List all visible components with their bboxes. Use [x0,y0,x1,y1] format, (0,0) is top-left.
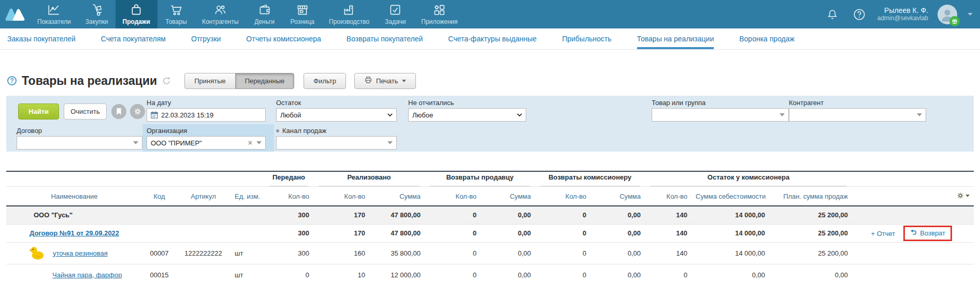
col-sum-sold[interactable]: Сумма [369,187,425,206]
calendar-icon[interactable] [151,111,158,118]
find-button[interactable]: Найти [18,103,59,120]
nav-item-roznica[interactable]: Розница [283,0,322,28]
product-link[interactable]: Чайная пара, фарфор [10,271,122,279]
app-logo-icon[interactable] [0,0,30,28]
table-row-company[interactable]: ООО "Гусь" 300 170 47 800,00 0 0,00 0 0,… [6,206,974,224]
accepted-button[interactable]: Принятые [184,73,236,89]
sales-channel-label: Канал продаж [276,127,397,135]
cell-code: 00007 [142,242,176,264]
tab-otgruzki[interactable]: Отгрузки [191,28,221,49]
col-qty-remaining[interactable]: Кол-во [645,187,691,206]
col-qty-ret-agent[interactable]: Кол-во [535,187,590,206]
group-ostatok: Остаток у комиссионера [650,172,847,186]
col-qty-ret-seller[interactable]: Кол-во [425,187,481,206]
chevron-down-icon [517,112,522,117]
col-sum-ret-agent[interactable]: Сумма [590,187,645,206]
date-input[interactable]: 22.03.2023 15:19 [147,108,266,122]
nav-item-prilozheniya[interactable]: Приложения [414,0,465,28]
group-header-row: Передано Реализовано Возвраты продавцу В… [6,171,974,187]
print-button[interactable]: Печать [354,73,416,89]
contract-combobox[interactable] [17,136,142,150]
unreported-select[interactable]: Любое [408,108,526,122]
nav-item-dengi[interactable]: Деньги [246,0,283,28]
bookmark-icon[interactable] [111,104,126,119]
user-menu[interactable]: Рылеев К. Ф. admin@sevkavlab [877,7,928,22]
nav-item-zakupki[interactable]: Закупки [78,0,116,28]
nav-item-tovary[interactable]: Товары [157,0,195,28]
avatar[interactable] [938,5,957,24]
cell: 35 800,00 [369,242,425,264]
col-qty-transferred[interactable]: Кол-во [264,187,313,206]
col-name[interactable]: Наименование [6,187,142,206]
product-field: Товар или группа [652,99,789,122]
undo-icon [910,230,917,236]
nav-item-proizvodstvo[interactable]: Производство [322,0,377,28]
col-plan-sum[interactable]: План. сумма продаж [769,187,852,206]
sales-channel-combobox[interactable] [276,136,397,150]
chevron-down-icon[interactable] [968,13,973,16]
tab-zakazy-pokupatelej[interactable]: Заказы покупателей [7,28,76,49]
consignment-table: Передано Реализовано Возвраты продавцу В… [6,171,974,282]
nav-item-pokazateli[interactable]: Показатели [30,0,78,28]
dropdown-arrow-icon [780,113,785,116]
bell-icon[interactable] [824,6,841,23]
clear-button[interactable]: Очистить [64,103,107,120]
duck-image[interactable] [29,246,46,260]
table-row-contract[interactable]: Договор №91 от 29.09.2022 300 170 47 800… [6,224,974,242]
tab-otchety-komissionera[interactable]: Отчеты комиссионера [246,28,321,49]
apps-icon [433,3,446,19]
col-cost-sum[interactable]: Сумма себестоимости [691,187,769,206]
table-row-product[interactable]: уточка резиновая 00007 1222222222 шт 300… [6,242,974,264]
dropdown-arrow-icon [387,141,393,144]
nav-item-prodazhi[interactable]: Продажи [116,0,157,28]
col-code[interactable]: Код [142,187,176,206]
tab-voronka-prodazh[interactable]: Воронка продаж [739,28,795,49]
report-action-link[interactable]: + Отчет [871,230,895,238]
tasks-icon [388,3,402,19]
product-link[interactable]: уточка резиновая [53,249,108,257]
transferred-button[interactable]: Переданные [235,73,295,89]
refresh-icon[interactable] [162,77,171,85]
question-help-icon[interactable]: ? [7,76,17,85]
nav-label: Продажи [123,19,150,25]
cell: 300 [264,224,313,242]
gear-icon[interactable] [130,104,145,119]
cell: 0 [425,242,481,264]
cell-code: 00015 [142,264,176,282]
cell: 0,00 [590,264,645,282]
col-article[interactable]: Артикул [176,187,230,206]
contract-label: Договор [17,127,142,135]
nav-item-kontragenty[interactable]: Контрагенты [195,0,246,28]
organization-combobox[interactable]: ООО "ПРИМЕР" × [147,136,266,150]
tab-vozvraty-pokupatelej[interactable]: Возвраты покупателей [347,28,423,49]
gift-badge-icon[interactable] [949,16,960,26]
return-action-link[interactable]: Возврат [920,229,945,237]
filter-button[interactable]: Фильтр [304,73,346,89]
top-navigation: Показатели Закупки Продажи Товары Контра… [0,0,980,28]
nav-label: Закупки [85,19,108,25]
nav-item-zadachi[interactable]: Задачи [377,0,414,28]
cell: 0 [535,242,590,264]
col-qty-sold[interactable]: Кол-во [313,187,369,206]
product-combobox[interactable] [652,108,789,122]
cell: 0 [535,224,590,242]
counterparty-combobox[interactable] [789,108,926,122]
tab-scheta-pokupatelyam[interactable]: Счета покупателям [101,28,166,49]
cell-article: 1222222222 [176,242,230,264]
clear-x-icon[interactable]: × [248,139,252,146]
chart-icon [47,3,61,19]
cell-article [176,264,230,282]
contract-link[interactable]: Договор №91 от 29.09.2022 [30,229,119,237]
tab-tovary-na-realizacii[interactable]: Товары на реализации [637,28,714,49]
stock-select[interactable]: Любой [276,108,397,122]
col-sum-ret-seller[interactable]: Сумма [481,187,535,206]
columns-gear-icon[interactable] [957,192,970,199]
cell: 140 [645,206,691,224]
table-row-product[interactable]: Чайная пара, фарфор 00015 шт 0 10 12 000… [6,264,974,282]
cell: 14 000,00 [691,224,769,242]
tab-pribylnost[interactable]: Прибыльность [562,28,611,49]
help-icon[interactable] [851,6,868,23]
cell: 0 [425,224,481,242]
tab-scheta-faktury[interactable]: Счета-фактуры выданные [448,28,537,49]
nav-label: Показатели [37,19,71,25]
